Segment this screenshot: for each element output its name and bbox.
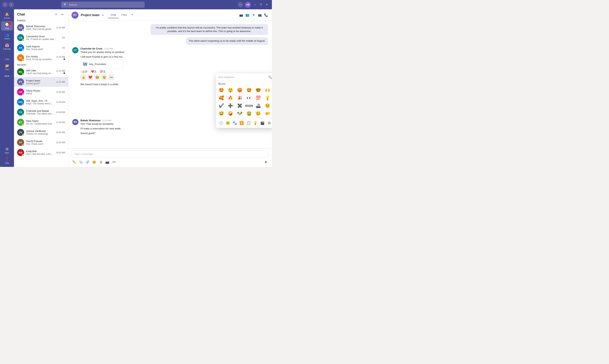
emoji-cell[interactable]: 💯	[255, 94, 262, 102]
calendar-icon: 📅	[5, 43, 9, 48]
filter-button[interactable]: ≡	[54, 12, 59, 17]
emoji-cell[interactable]: 🚢	[255, 102, 262, 109]
sidebar-item-apps[interactable]: ⊞ Apps	[1, 145, 13, 155]
gif-button[interactable]: ⊞	[98, 159, 104, 165]
sidebar-item-more[interactable]: •••	[1, 73, 13, 79]
sidebar-item-activity[interactable]: 🔔 Activity	[1, 11, 13, 20]
emoji-cell[interactable]: 😅	[217, 110, 225, 117]
search-bar[interactable]: 🔍	[61, 1, 145, 8]
avatar[interactable]: AB	[245, 1, 251, 8]
list-item[interactable]: HR Hilary Reyes Haha! 11:02 AM	[14, 87, 68, 97]
edit-title-icon[interactable]: ✏	[102, 13, 104, 17]
emoji-cell[interactable]: 💡	[264, 94, 271, 102]
avatar: EI	[17, 54, 24, 61]
emoji-cell[interactable]: 🤩	[245, 87, 253, 94]
reaction-search-input[interactable]	[218, 76, 266, 78]
maximize-button[interactable]: ❐	[258, 2, 264, 7]
tab-files[interactable]: Files	[119, 12, 130, 18]
link-button[interactable]: 🔗	[85, 159, 91, 165]
emoji-cell[interactable]: 😡	[236, 87, 243, 94]
list-item[interactable]: JV Joshua VanBuren Thanks for reviewing!…	[14, 127, 68, 137]
reaction-laugh-button[interactable]: 😂	[94, 75, 100, 80]
reaction-thumbs[interactable]: 👍 3	[81, 70, 88, 73]
list-item[interactable]: EI Eric Ishida Sure. I'll set up somethi…	[14, 53, 68, 63]
sidebar-item-chat[interactable]: 1 💬 Chat	[1, 21, 13, 31]
sidebar-item-files[interactable]: 📁 Files	[1, 62, 13, 72]
emoji-cell[interactable]: SOON	[245, 102, 253, 109]
list-item[interactable]: AK Aadi Kapoor You: Great work! 6/2	[14, 43, 68, 53]
emoji-cell[interactable]: 🔥	[227, 94, 234, 102]
file-attachment[interactable]: W July_Promotion	[81, 60, 123, 69]
message-input[interactable]: Type a message	[71, 150, 269, 157]
recent-tab[interactable]: 🕐	[218, 120, 224, 126]
sidebar-item-calls[interactable]: 📞 Calls	[1, 52, 13, 62]
participants-button[interactable]: 👥	[245, 13, 250, 18]
flags-tab[interactable]: 🎬	[259, 120, 266, 126]
close-button[interactable]: ✕	[264, 2, 270, 7]
list-item[interactable]: DF Daichi Fukuda You: Thank you!! 10:20 …	[14, 137, 68, 147]
reaction-surprise-button[interactable]: 😯	[101, 75, 107, 80]
share-button[interactable]: ⬆	[251, 13, 256, 18]
activities-tab[interactable]: ▶️	[238, 120, 245, 126]
objects-tab[interactable]: 📋	[245, 120, 252, 126]
list-item[interactable]: RT Reta Taylor Ah, ok. I understand now.…	[14, 117, 68, 127]
emoji-cell[interactable]: 🥰	[217, 94, 225, 102]
sidebar-label-chat: Chat	[5, 27, 9, 29]
emoji-cell[interactable]: 😲	[227, 87, 234, 94]
message-text: Sound good?	[81, 131, 268, 135]
emoji-cell[interactable]: 🤓	[255, 87, 262, 94]
video-call-button[interactable]: 📷	[239, 13, 244, 18]
custom-tab[interactable]: ⊞	[266, 120, 272, 126]
emoji-cell[interactable]: 🙌	[264, 87, 271, 94]
emoji-cell[interactable]: ✖️	[236, 102, 243, 109]
emoji-cell[interactable]: ✔️	[217, 102, 225, 109]
emoji-cell[interactable]: ➕	[227, 102, 234, 109]
sidebar-item-teams[interactable]: 👥 Teams	[1, 31, 13, 41]
format-button[interactable]: ✏️	[71, 159, 77, 165]
compose-button[interactable]: ✏	[60, 12, 65, 17]
emoji-cell[interactable]: 👀	[245, 94, 253, 102]
send-button[interactable]: ➤	[263, 159, 269, 165]
animals-tab[interactable]: 🐾	[231, 120, 238, 126]
emoji-cell[interactable]: 😊	[255, 110, 262, 117]
emoji-cell[interactable]: 🤮	[245, 110, 253, 117]
sidebar-item-help[interactable]: ❓ Help	[1, 156, 13, 165]
list-item[interactable]: CB Charlotte and Babak Charlotte: The cl…	[14, 107, 68, 117]
calls-icon: 📞	[5, 53, 9, 58]
emoji-cell[interactable]: 🤛	[264, 110, 271, 117]
minimize-button[interactable]: —	[252, 2, 258, 7]
reaction-100[interactable]: 💯 1	[98, 70, 107, 73]
sidebar-item-calendar[interactable]: 📅 Calendar	[1, 42, 13, 51]
reaction-heart[interactable]: ❤️ 2	[90, 70, 97, 73]
emoji-cell[interactable]: 🤪	[227, 110, 234, 117]
list-item[interactable]: CD Cassandra Dunn Ok. I'll send an updat…	[14, 33, 68, 43]
search-input[interactable]	[69, 3, 142, 6]
reaction-fire-button[interactable]: 👍	[81, 75, 86, 80]
list-item[interactable]: BS Babak Shammas Yeah, that sounds great…	[14, 23, 68, 33]
list-item[interactable]: WKE Will, Kayo, Eric, +5 Kayo: The revie…	[14, 97, 68, 107]
sticker-button[interactable]: 📷	[105, 159, 110, 165]
list-item[interactable]: WL Will Little I don't see that being an…	[14, 67, 68, 77]
nav-forward-button[interactable]: ›	[9, 2, 14, 7]
screen-share-button[interactable]: 📺	[257, 13, 263, 18]
nav-back-button[interactable]: ‹	[2, 2, 8, 7]
emoji-cell[interactable]: 🐶	[236, 110, 243, 117]
call-button[interactable]: 📞	[263, 13, 269, 18]
add-tab-button[interactable]: +	[130, 12, 135, 17]
smileys-tab[interactable]: 😊	[225, 120, 231, 126]
more-button[interactable]: •••	[111, 159, 117, 165]
emoji-button[interactable]: 😊	[91, 159, 97, 165]
reaction-heart-button[interactable]: ❤️	[87, 75, 93, 80]
tab-chat[interactable]: Chat	[108, 12, 119, 18]
header-actions: 📷 👥 ⬆ 📺 📞	[239, 13, 269, 18]
emoji-cell[interactable]: 😟	[264, 102, 271, 109]
emoji-cell[interactable]: 🎉	[236, 94, 243, 102]
attach-button[interactable]: 📎	[78, 159, 84, 165]
emoji-cell[interactable]: 🤩	[217, 87, 225, 94]
symbols-tab[interactable]: 💡	[252, 120, 259, 126]
more-reactions-button[interactable]: •••	[108, 75, 114, 80]
more-options-button[interactable]: ···	[238, 2, 243, 7]
list-item[interactable]: PT Project team Sound good? 11:21 AM	[14, 77, 68, 87]
apps-icon: ⊞	[5, 147, 9, 151]
list-item[interactable]: KB Kadji Bell You: I like the idea. Let'…	[14, 147, 68, 157]
